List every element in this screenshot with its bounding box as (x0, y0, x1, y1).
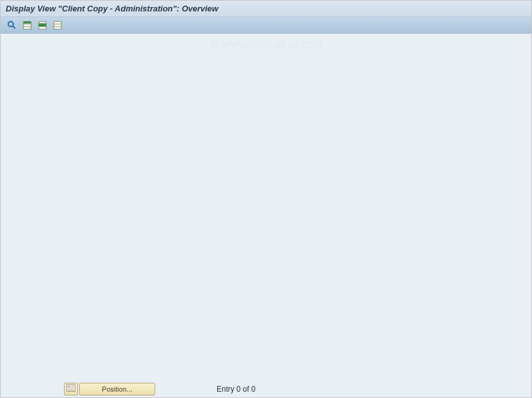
position-button[interactable]: Position... (79, 383, 155, 395)
svg-point-0 (8, 22, 13, 27)
watermark-text: © www.tutorialkart.com (210, 37, 322, 51)
svg-line-1 (13, 26, 15, 29)
svg-rect-7 (39, 23, 46, 27)
svg-rect-10 (54, 22, 61, 29)
content-area: © www.tutorialkart.com (1, 34, 531, 380)
position-button-label: Position... (102, 385, 132, 393)
select-all-icon (22, 20, 32, 30)
select-block-button[interactable] (36, 19, 49, 32)
card-icon (66, 384, 75, 394)
detail-icon (7, 20, 17, 30)
footer: Position... Entry 0 of 0 (1, 380, 531, 397)
select-all-button[interactable] (21, 19, 34, 32)
titlebar: Display View "Client Copy - Administrati… (1, 1, 531, 17)
deselect-all-button[interactable] (51, 19, 64, 32)
detail-button[interactable] (6, 19, 18, 32)
svg-rect-14 (68, 385, 70, 388)
entry-counter: Entry 0 of 0 (217, 385, 255, 394)
svg-rect-5 (23, 22, 31, 23)
select-block-icon (37, 20, 48, 30)
page-title: Display View "Client Copy - Administrati… (6, 4, 218, 13)
position-icon-button[interactable] (64, 383, 78, 395)
toolbar (1, 17, 531, 34)
deselect-all-icon (53, 20, 63, 30)
